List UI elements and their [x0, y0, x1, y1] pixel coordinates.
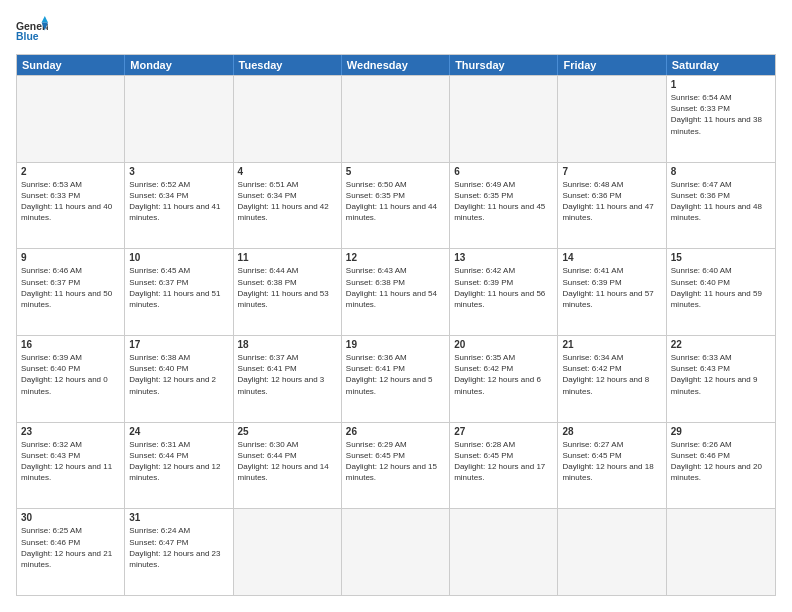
day-number: 8 — [671, 166, 771, 177]
calendar-day-9: 9Sunrise: 6:46 AMSunset: 6:37 PMDaylight… — [17, 249, 125, 335]
day-number: 7 — [562, 166, 661, 177]
day-number: 4 — [238, 166, 337, 177]
day-number: 3 — [129, 166, 228, 177]
day-number: 19 — [346, 339, 445, 350]
calendar-day-19: 19Sunrise: 6:36 AMSunset: 6:41 PMDayligh… — [342, 336, 450, 422]
calendar-day-18: 18Sunrise: 6:37 AMSunset: 6:41 PMDayligh… — [234, 336, 342, 422]
calendar-day-29: 29Sunrise: 6:26 AMSunset: 6:46 PMDayligh… — [667, 423, 775, 509]
calendar-day-16: 16Sunrise: 6:39 AMSunset: 6:40 PMDayligh… — [17, 336, 125, 422]
sun-info: Sunrise: 6:44 AMSunset: 6:38 PMDaylight:… — [238, 265, 337, 310]
day-number: 11 — [238, 252, 337, 263]
calendar-day-10: 10Sunrise: 6:45 AMSunset: 6:37 PMDayligh… — [125, 249, 233, 335]
calendar-day-24: 24Sunrise: 6:31 AMSunset: 6:44 PMDayligh… — [125, 423, 233, 509]
day-number: 18 — [238, 339, 337, 350]
calendar: SundayMondayTuesdayWednesdayThursdayFrid… — [16, 54, 776, 596]
sun-info: Sunrise: 6:37 AMSunset: 6:41 PMDaylight:… — [238, 352, 337, 397]
calendar-day-empty — [558, 509, 666, 595]
calendar-day-empty — [234, 509, 342, 595]
sun-info: Sunrise: 6:34 AMSunset: 6:42 PMDaylight:… — [562, 352, 661, 397]
day-number: 24 — [129, 426, 228, 437]
calendar-day-25: 25Sunrise: 6:30 AMSunset: 6:44 PMDayligh… — [234, 423, 342, 509]
day-number: 23 — [21, 426, 120, 437]
sun-info: Sunrise: 6:43 AMSunset: 6:38 PMDaylight:… — [346, 265, 445, 310]
day-number: 13 — [454, 252, 553, 263]
sun-info: Sunrise: 6:25 AMSunset: 6:46 PMDaylight:… — [21, 525, 120, 570]
day-number: 1 — [671, 79, 771, 90]
sun-info: Sunrise: 6:50 AMSunset: 6:35 PMDaylight:… — [346, 179, 445, 224]
calendar-body: 1Sunrise: 6:54 AMSunset: 6:33 PMDaylight… — [17, 75, 775, 595]
day-number: 12 — [346, 252, 445, 263]
calendar-week-1: 1Sunrise: 6:54 AMSunset: 6:33 PMDaylight… — [17, 75, 775, 162]
day-number: 28 — [562, 426, 661, 437]
sun-info: Sunrise: 6:42 AMSunset: 6:39 PMDaylight:… — [454, 265, 553, 310]
day-number: 31 — [129, 512, 228, 523]
calendar-day-14: 14Sunrise: 6:41 AMSunset: 6:39 PMDayligh… — [558, 249, 666, 335]
calendar-header: SundayMondayTuesdayWednesdayThursdayFrid… — [17, 55, 775, 75]
calendar-week-6: 30Sunrise: 6:25 AMSunset: 6:46 PMDayligh… — [17, 508, 775, 595]
day-number: 17 — [129, 339, 228, 350]
calendar-day-21: 21Sunrise: 6:34 AMSunset: 6:42 PMDayligh… — [558, 336, 666, 422]
calendar-day-27: 27Sunrise: 6:28 AMSunset: 6:45 PMDayligh… — [450, 423, 558, 509]
calendar-day-empty — [450, 509, 558, 595]
sun-info: Sunrise: 6:49 AMSunset: 6:35 PMDaylight:… — [454, 179, 553, 224]
calendar-day-20: 20Sunrise: 6:35 AMSunset: 6:42 PMDayligh… — [450, 336, 558, 422]
sun-info: Sunrise: 6:35 AMSunset: 6:42 PMDaylight:… — [454, 352, 553, 397]
calendar-day-empty — [234, 76, 342, 162]
day-number: 2 — [21, 166, 120, 177]
sun-info: Sunrise: 6:46 AMSunset: 6:37 PMDaylight:… — [21, 265, 120, 310]
calendar-day-31: 31Sunrise: 6:24 AMSunset: 6:47 PMDayligh… — [125, 509, 233, 595]
calendar-week-3: 9Sunrise: 6:46 AMSunset: 6:37 PMDaylight… — [17, 248, 775, 335]
day-number: 5 — [346, 166, 445, 177]
sun-info: Sunrise: 6:26 AMSunset: 6:46 PMDaylight:… — [671, 439, 771, 484]
sun-info: Sunrise: 6:53 AMSunset: 6:33 PMDaylight:… — [21, 179, 120, 224]
calendar-day-11: 11Sunrise: 6:44 AMSunset: 6:38 PMDayligh… — [234, 249, 342, 335]
sun-info: Sunrise: 6:38 AMSunset: 6:40 PMDaylight:… — [129, 352, 228, 397]
calendar-day-empty — [125, 76, 233, 162]
day-header-monday: Monday — [125, 55, 233, 75]
calendar-day-1: 1Sunrise: 6:54 AMSunset: 6:33 PMDaylight… — [667, 76, 775, 162]
sun-info: Sunrise: 6:39 AMSunset: 6:40 PMDaylight:… — [21, 352, 120, 397]
sun-info: Sunrise: 6:30 AMSunset: 6:44 PMDaylight:… — [238, 439, 337, 484]
day-number: 21 — [562, 339, 661, 350]
calendar-day-empty — [17, 76, 125, 162]
sun-info: Sunrise: 6:32 AMSunset: 6:43 PMDaylight:… — [21, 439, 120, 484]
day-header-saturday: Saturday — [667, 55, 775, 75]
sun-info: Sunrise: 6:47 AMSunset: 6:36 PMDaylight:… — [671, 179, 771, 224]
sun-info: Sunrise: 6:51 AMSunset: 6:34 PMDaylight:… — [238, 179, 337, 224]
sun-info: Sunrise: 6:54 AMSunset: 6:33 PMDaylight:… — [671, 92, 771, 137]
sun-info: Sunrise: 6:28 AMSunset: 6:45 PMDaylight:… — [454, 439, 553, 484]
day-number: 25 — [238, 426, 337, 437]
calendar-day-6: 6Sunrise: 6:49 AMSunset: 6:35 PMDaylight… — [450, 163, 558, 249]
day-number: 29 — [671, 426, 771, 437]
sun-info: Sunrise: 6:31 AMSunset: 6:44 PMDaylight:… — [129, 439, 228, 484]
day-header-wednesday: Wednesday — [342, 55, 450, 75]
day-header-friday: Friday — [558, 55, 666, 75]
svg-marker-2 — [42, 16, 48, 22]
calendar-day-17: 17Sunrise: 6:38 AMSunset: 6:40 PMDayligh… — [125, 336, 233, 422]
day-number: 10 — [129, 252, 228, 263]
calendar-day-empty — [450, 76, 558, 162]
sun-info: Sunrise: 6:41 AMSunset: 6:39 PMDaylight:… — [562, 265, 661, 310]
calendar-day-5: 5Sunrise: 6:50 AMSunset: 6:35 PMDaylight… — [342, 163, 450, 249]
day-number: 9 — [21, 252, 120, 263]
sun-info: Sunrise: 6:33 AMSunset: 6:43 PMDaylight:… — [671, 352, 771, 397]
day-header-sunday: Sunday — [17, 55, 125, 75]
day-number: 6 — [454, 166, 553, 177]
sun-info: Sunrise: 6:40 AMSunset: 6:40 PMDaylight:… — [671, 265, 771, 310]
day-number: 16 — [21, 339, 120, 350]
day-number: 20 — [454, 339, 553, 350]
calendar-day-empty — [558, 76, 666, 162]
day-header-tuesday: Tuesday — [234, 55, 342, 75]
calendar-day-13: 13Sunrise: 6:42 AMSunset: 6:39 PMDayligh… — [450, 249, 558, 335]
calendar-day-empty — [667, 509, 775, 595]
sun-info: Sunrise: 6:52 AMSunset: 6:34 PMDaylight:… — [129, 179, 228, 224]
calendar-day-30: 30Sunrise: 6:25 AMSunset: 6:46 PMDayligh… — [17, 509, 125, 595]
calendar-week-2: 2Sunrise: 6:53 AMSunset: 6:33 PMDaylight… — [17, 162, 775, 249]
calendar-day-12: 12Sunrise: 6:43 AMSunset: 6:38 PMDayligh… — [342, 249, 450, 335]
calendar-day-28: 28Sunrise: 6:27 AMSunset: 6:45 PMDayligh… — [558, 423, 666, 509]
calendar-day-7: 7Sunrise: 6:48 AMSunset: 6:36 PMDaylight… — [558, 163, 666, 249]
day-number: 14 — [562, 252, 661, 263]
calendar-day-26: 26Sunrise: 6:29 AMSunset: 6:45 PMDayligh… — [342, 423, 450, 509]
sun-info: Sunrise: 6:24 AMSunset: 6:47 PMDaylight:… — [129, 525, 228, 570]
calendar-day-22: 22Sunrise: 6:33 AMSunset: 6:43 PMDayligh… — [667, 336, 775, 422]
